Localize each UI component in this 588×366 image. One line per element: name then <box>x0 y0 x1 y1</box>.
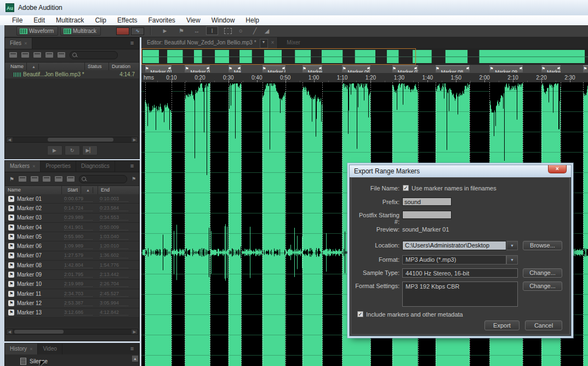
tab-diagnostics[interactable]: Diagnostics <box>76 161 115 172</box>
delete-marker-icon[interactable] <box>19 176 26 182</box>
multitrack-view-button[interactable]: Multitrack <box>60 26 101 36</box>
chevron-down-icon[interactable]: ▼ <box>260 39 268 48</box>
waveform-view-button[interactable]: Waveform <box>16 26 58 36</box>
marker-end-time[interactable]: 0:10.003 <box>100 196 128 202</box>
scroll-up-icon[interactable]: ▲ <box>132 356 138 362</box>
prefix-input[interactable]: sound <box>402 198 452 206</box>
column-start[interactable]: Start▲ <box>62 186 98 194</box>
waveform-overview[interactable] <box>141 48 588 65</box>
files-horizontal-scrollbar[interactable]: ◀ ▶ <box>6 137 138 143</box>
menu-multitrack[interactable]: Multitrack <box>50 16 89 24</box>
marker-end-time[interactable]: 2:45.527 <box>100 291 128 297</box>
marker-row[interactable]: ⚑Marker 040:41.9010:50.009 <box>5 223 139 232</box>
marker-start-time[interactable]: 0:55.980 <box>64 234 93 240</box>
marker-start-time[interactable]: 0:29.989 <box>64 215 93 221</box>
tab-history[interactable]: History× <box>5 344 38 354</box>
marker-row[interactable]: ⚑Marker 112:34.7032:45.527 <box>5 289 139 299</box>
close-icon[interactable]: × <box>271 40 275 48</box>
marker-bar[interactable]: ⚑Marker 01⚑⚑Marker 02⚑⚑Marker 03⚑⚑Marker… <box>141 65 588 74</box>
marker-row[interactable]: ⚑Marker 092:01.7952:13.442 <box>5 270 139 279</box>
column-name[interactable]: Name▲ <box>5 63 85 71</box>
menu-effects[interactable]: Effects <box>112 16 142 24</box>
marker-end-time[interactable]: 1:20.010 <box>100 243 128 249</box>
include-markers-checkbox[interactable]: ✓ <box>357 311 363 317</box>
scroll-left-icon[interactable]: ◀ <box>7 329 13 334</box>
marker-start-time[interactable]: 1:42.804 <box>64 262 93 268</box>
marker-end-time[interactable]: 1:03.040 <box>100 234 128 240</box>
marker-end-time[interactable]: 2:26.704 <box>100 281 128 287</box>
dialog-titlebar[interactable]: Export Range Markers × <box>350 165 571 177</box>
menu-edit[interactable]: Edit <box>28 16 50 24</box>
import-file-icon[interactable] <box>21 52 29 58</box>
marker-row[interactable]: ⚑Marker 102:19.9892:26.704 <box>5 280 139 289</box>
insert-into-multitrack-icon[interactable] <box>43 176 50 182</box>
scrollbar-thumb[interactable] <box>48 138 113 142</box>
auto-play-button[interactable]: ▶▏ <box>82 145 98 155</box>
sample-type-change-button[interactable]: Change... <box>523 268 562 278</box>
menu-clip[interactable]: Clip <box>89 16 112 24</box>
marker-row[interactable]: ⚑Marker 071:27.5791:36.602 <box>5 251 139 261</box>
marker-row[interactable]: ⚑Marker 133:12.6864:12.842 <box>5 308 139 318</box>
spectral-display-button[interactable] <box>116 27 129 35</box>
spot-healing-brush-tool-icon[interactable]: ╱ <box>249 26 261 35</box>
play-button[interactable]: ▶ <box>47 145 62 155</box>
cancel-button[interactable]: Cancel <box>525 320 562 330</box>
select-ranges-icon[interactable] <box>31 176 38 182</box>
marker-end-time[interactable]: 3:05.994 <box>100 300 128 306</box>
marker-start-time[interactable]: 0:00.679 <box>64 196 93 202</box>
marker-start-time[interactable]: 2:34.703 <box>64 291 93 297</box>
use-marker-names-checkbox[interactable]: ✓ <box>403 185 409 191</box>
marker-filter-icon[interactable]: ⚑ <box>132 176 136 182</box>
marker-start-time[interactable]: 0:14.724 <box>64 205 93 211</box>
markers-search-input[interactable] <box>79 175 127 183</box>
files-search-input[interactable] <box>70 51 118 59</box>
marker-row[interactable]: ⚑Marker 081:42.8041:54.776 <box>5 261 139 270</box>
scroll-right-icon[interactable]: ▶ <box>132 137 138 142</box>
move-tool-icon[interactable]: ► <box>159 26 171 35</box>
timeline-ruler[interactable]: hms0:100:200:300:400:501:001:101:201:301… <box>141 73 588 83</box>
marker-end-time[interactable]: 1:36.602 <box>100 252 128 258</box>
marker-end-time[interactable]: 0:34.553 <box>100 215 128 221</box>
dialog-close-button[interactable]: × <box>548 165 567 173</box>
batch-process-icon[interactable] <box>45 52 53 58</box>
marker-start-time[interactable]: 2:53.387 <box>64 300 93 306</box>
tab-markers[interactable]: Markers× <box>5 161 41 172</box>
marker-end-time[interactable]: 0:23.584 <box>100 205 128 211</box>
menu-favorites[interactable]: Favorites <box>143 16 181 24</box>
column-duration[interactable]: Duration <box>109 63 139 71</box>
column-status[interactable]: Status <box>85 63 109 71</box>
tab-editor[interactable]: Editor: Beautiful Now_Zedd_Jon Bellio.mp… <box>141 37 278 48</box>
open-file-icon[interactable] <box>9 52 17 58</box>
file-row[interactable]: Beautif...Jon Bellio.mp3 * 4:14.7 <box>5 70 139 78</box>
column-end[interactable]: End <box>98 186 139 194</box>
range-marker-flag[interactable]: ⚑Marker 08⚑ <box>436 65 470 72</box>
close-icon[interactable]: × <box>30 346 32 352</box>
browse-button[interactable]: Browse... <box>523 241 562 250</box>
scroll-left-icon[interactable]: ◀ <box>7 137 13 142</box>
marker-start-time[interactable]: 3:12.686 <box>64 309 93 316</box>
marker-row[interactable]: ⚑Marker 030:29.9890:34.553 <box>5 213 139 223</box>
range-marker-flag[interactable]: ⚑Marker 07⚑ <box>392 65 418 72</box>
menu-file[interactable]: File <box>7 16 28 24</box>
marker-start-time[interactable]: 1:09.989 <box>64 243 93 249</box>
marker-row[interactable]: ⚑Marker 010:00.6790:10.003 <box>5 194 139 204</box>
range-marker-flag[interactable]: ⚑Marker 10⚑ <box>541 65 561 72</box>
tab-video[interactable]: Video <box>38 344 62 354</box>
marker-start-time[interactable]: 1:27.579 <box>64 252 93 258</box>
loop-playback-button[interactable]: ↻ <box>65 145 80 155</box>
marker-start-time[interactable]: 2:19.989 <box>64 281 93 287</box>
close-icon[interactable]: × <box>32 164 35 169</box>
panel-menu-icon[interactable]: ≡ <box>127 40 137 46</box>
marker-end-time[interactable]: 0:50.009 <box>100 224 128 230</box>
history-item[interactable]: Silence <box>5 357 132 365</box>
marquee-selection-tool-icon[interactable] <box>224 28 232 34</box>
marker-row[interactable]: ⚑Marker 050:55.9801:03.040 <box>5 232 139 241</box>
scrollbar-thumb[interactable] <box>14 330 64 334</box>
new-file-icon[interactable] <box>33 52 41 58</box>
menu-window[interactable]: Window <box>206 16 241 24</box>
tab-mixer[interactable]: Mixer <box>278 37 309 48</box>
paintbrush-tool-icon[interactable]: ◢ <box>261 26 273 35</box>
range-marker-flag[interactable]: ⚑Marker 11⚑ <box>583 65 588 72</box>
waveform-scope-button[interactable]: ∿ <box>131 27 144 35</box>
panel-menu-icon[interactable]: ≡ <box>127 345 137 352</box>
